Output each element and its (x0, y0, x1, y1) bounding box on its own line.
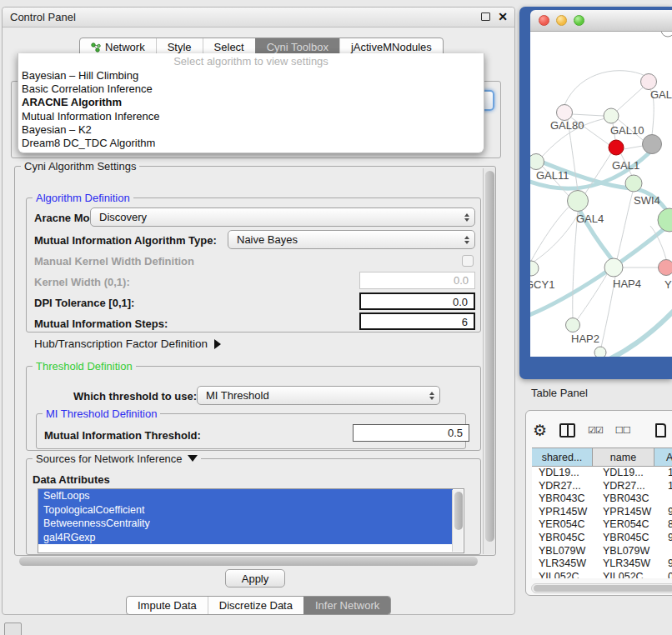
gear-icon[interactable]: ⚙ (533, 422, 547, 438)
table-row[interactable]: YER054C YER054C 8. (532, 518, 672, 532)
aracne-mode-combobox[interactable]: Discovery (90, 208, 475, 227)
node-gal4[interactable] (568, 191, 589, 212)
dropdown-item[interactable]: Mutual Information Inference (18, 110, 484, 123)
close-traffic-light-icon[interactable] (539, 15, 549, 26)
minimize-traffic-light-icon[interactable] (556, 15, 567, 26)
combo-spinner-icon (423, 392, 434, 400)
mi-threshold-definition-title: MI Threshold Definition (43, 408, 160, 420)
expand-arrow-icon (214, 339, 221, 349)
table-row[interactable]: YIL052C YIL052C 0. (532, 571, 672, 578)
table-row[interactable]: YDL19... YDL19... 13 (532, 467, 672, 480)
table-row[interactable]: YLR345W YLR345W 9. (532, 558, 672, 571)
node-gal1-selected[interactable] (609, 140, 624, 155)
table-row[interactable]: YBR043C YBR043C (532, 492, 672, 506)
network-window-titlebar (530, 10, 672, 32)
table-row[interactable]: YBR045C YBR045C 9. (532, 532, 672, 545)
kernel-width-field[interactable]: 0.0 (359, 272, 475, 289)
which-threshold-label: Which threshold to use: (73, 390, 197, 402)
edge (617, 87, 644, 111)
list-item[interactable]: gal4RGexp (38, 531, 453, 545)
column-header[interactable]: A (654, 448, 672, 466)
node-unlabeled[interactable] (661, 32, 672, 37)
tab-infer-network[interactable]: Infer Network (303, 597, 390, 614)
node-gray[interactable] (643, 135, 662, 154)
manual-kernel-width-label: Manual Kernel Width Definition (34, 255, 194, 268)
control-panel-window: Control Panel ✕ Network Style Select Cyn… (2, 7, 515, 615)
table-header-row: shared... name A (532, 448, 672, 467)
table-row[interactable]: YPR145W YPR145W 9. (532, 506, 672, 519)
node-pink[interactable] (659, 260, 672, 276)
dropdown-item-selected[interactable]: ARACNE Algorithm (18, 96, 484, 109)
list-item[interactable]: TopologicalCoefficient (38, 503, 453, 518)
table-row[interactable]: YBL079W YBL079W (532, 545, 672, 558)
algorithm-dropdown-popup: Select algorithm to view settings Bayesi… (18, 53, 484, 153)
node-hap2[interactable] (566, 318, 580, 332)
tab-discretize-data[interactable]: Discretize Data (208, 597, 303, 614)
manual-kernel-width-checkbox[interactable] (462, 255, 474, 267)
deselect-all-checks-icon[interactable]: ☐☐ (615, 425, 630, 436)
dropdown-item[interactable]: Bayesian – Hill Climbing (18, 69, 484, 82)
edge (564, 71, 645, 105)
node-label: GCY1 (530, 278, 554, 291)
dropdown-item[interactable]: Bayesian – K2 (18, 123, 484, 137)
network-view-window[interactable]: GAL GAL80 GAL10 GAL1 GAL11 SWI4 GAL4 GCY… (519, 7, 672, 379)
node-unlabeled[interactable] (594, 347, 606, 357)
zoom-traffic-light-icon[interactable] (574, 15, 584, 26)
node-gal80[interactable] (557, 105, 573, 121)
table-toolbar: ⚙ ☑☑ ☐☐ (533, 418, 672, 442)
dropdown-placeholder: Select algorithm to view settings (18, 53, 484, 69)
which-threshold-combobox[interactable]: MI Threshold (197, 386, 440, 405)
dpi-tolerance-field[interactable]: 0.0 (359, 292, 475, 310)
node-gal11[interactable] (530, 154, 544, 170)
table-panel-title: Table Panel (531, 387, 588, 399)
mi-threshold-label: Mutual Information Threshold: (44, 429, 201, 442)
settings-horizontal-scrollbar[interactable] (18, 556, 481, 568)
mi-threshold-field[interactable]: 0.5 (353, 424, 469, 442)
node-hap4[interactable] (604, 258, 623, 277)
list-scrollbar[interactable] (452, 490, 463, 552)
edge (617, 192, 633, 259)
list-item[interactable]: BetweennessCentrality (38, 517, 453, 531)
network-graph: GAL GAL80 GAL10 GAL1 GAL11 SWI4 GAL4 GCY… (530, 32, 672, 357)
new-table-icon[interactable] (655, 423, 666, 438)
node-label: Y (664, 278, 672, 291)
kernel-width-label: Kernel Width (0,1): (34, 276, 130, 288)
select-all-checks-icon[interactable]: ☑☑ (588, 425, 603, 436)
float-window-icon[interactable] (481, 12, 490, 21)
control-panel-title: Control Panel (10, 11, 76, 23)
sources-title-toggle[interactable]: Sources for Network Inference (33, 452, 201, 465)
close-icon[interactable]: ✕ (498, 11, 508, 22)
settings-vertical-scrollbar[interactable] (483, 168, 495, 554)
hub-definition-toggle[interactable]: Hub/Transcription Factor Definition (34, 338, 221, 350)
columns-icon[interactable] (559, 423, 575, 438)
table-row[interactable]: YDR27... YDR27... 12 (532, 480, 672, 493)
node-swi4[interactable] (625, 175, 642, 192)
network-canvas[interactable]: GAL GAL80 GAL10 GAL1 GAL11 SWI4 GAL4 GCY… (530, 32, 672, 357)
mi-steps-field[interactable]: 6 (359, 312, 475, 330)
data-attributes-list[interactable]: SelfLoops TopologicalCoefficient Between… (38, 488, 464, 553)
edge-thick (609, 310, 672, 357)
node-attribute-table: shared... name A YDL19... YDL19... 13 YD… (532, 448, 672, 578)
mi-algorithm-type-label: Mutual Information Algorithm Type: (34, 234, 217, 247)
list-item[interactable]: SelfLoops (38, 489, 453, 503)
combo-spinner-icon (458, 213, 469, 222)
node-gcy1[interactable] (530, 261, 539, 276)
node-label: GAL80 (550, 119, 584, 132)
node-gal10[interactable] (604, 108, 619, 123)
mi-steps-label: Mutual Information Steps: (34, 318, 168, 330)
mi-algorithm-type-combobox[interactable]: Naive Bayes (228, 230, 475, 249)
combo-spinner-icon (458, 236, 469, 244)
dropdown-item[interactable]: Basic Correlation Inference (18, 82, 484, 96)
node-label: GAL4 (576, 212, 604, 225)
column-header[interactable]: shared... (532, 448, 593, 466)
tab-impute-data[interactable]: Impute Data (127, 597, 208, 614)
apply-button[interactable]: Apply (225, 569, 285, 588)
settings-group-title: Cyni Algorithm Settings (21, 160, 139, 172)
node-green-large[interactable] (658, 208, 672, 232)
table-horizontal-scrollbar[interactable] (531, 583, 672, 593)
dropdown-item[interactable]: Dream8 DC_TDC Algorithm (18, 137, 484, 150)
column-header[interactable]: name (593, 448, 654, 466)
bottom-tabbar: Impute Data Discretize Data Infer Networ… (126, 596, 391, 615)
minimized-frame-icon[interactable] (4, 622, 22, 635)
node-gal-partial[interactable] (641, 74, 657, 90)
